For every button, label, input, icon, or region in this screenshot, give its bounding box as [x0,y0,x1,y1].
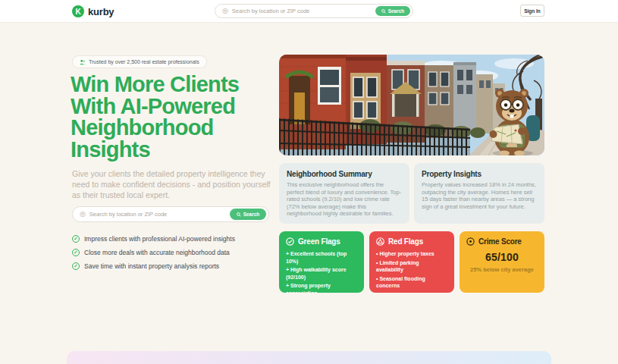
hero-search-bar: ◎ Search [72,206,269,222]
hero-search-button-label: Search [243,212,260,217]
crime-score-note: 25% below city average [466,266,538,273]
kurby-logo[interactable]: K kurby [72,0,114,23]
property-insights-body: Property values increased 18% in 24 mont… [422,181,537,210]
check-circle-icon [286,237,294,246]
green-flag-item: + Strong property appreciation [286,282,357,293]
magnifier-icon [237,212,241,217]
top-navbar: K kurby ◎ Search Sign In [0,0,618,23]
red-flag-item: • Limited parking availability [376,259,447,274]
header-search-input[interactable] [232,8,375,14]
benefits-list: ✓ Impress clients with professional AI-p… [72,235,292,276]
header-search-button[interactable]: Search [375,6,410,16]
magnifier-icon [381,9,386,14]
property-insights-card: Property Insights Property values increa… [414,163,544,224]
headline-line: With AI-Powered [71,96,279,118]
green-flags-card: Green Flags + Excellent schools (top 10%… [279,231,364,293]
summary-cards: Neighborhood Summary This exclusive neig… [279,163,544,224]
location-pin-icon: ◎ [80,211,86,218]
hero-search-input[interactable] [89,211,230,218]
check-circle-icon: ✓ [72,235,80,243]
hero-image [279,55,544,155]
target-icon [466,237,475,246]
green-flag-item: + High walkability score (92/100) [286,266,357,281]
neighborhood-summary-body: This exclusive neighborhood offers the p… [287,181,402,218]
green-flags-title: Green Flags [298,237,340,246]
kurby-logo-text: kurby [88,6,114,17]
crime-score-title: Crime Score [478,237,522,246]
check-circle-icon: ✓ [72,262,80,270]
kurby-logo-icon: K [72,5,84,17]
header-search-button-label: Search [388,8,405,14]
trust-badge-text: Trusted by over 2,500 real estate profes… [89,59,199,64]
header-search-bar: ◎ Search [215,4,413,18]
check-circle-icon: ✓ [72,249,80,256]
trust-badge: Trusted by over 2,500 real estate profes… [72,55,207,68]
warning-triangle-icon [376,237,384,246]
headline-line: Win More Clients [71,74,279,96]
professionals-icon [80,59,86,65]
benefit-text: Close more deals with accurate neighborh… [84,249,230,256]
red-flags-title: Red Flags [388,237,423,246]
benefit-item: ✓ Impress clients with professional AI-p… [72,235,292,243]
hero-subtext: Give your clients the detailed property … [72,169,278,200]
flag-cards: Green Flags + Excellent schools (top 10%… [279,231,544,293]
headline-line: Insights [71,139,279,161]
hero-search-button[interactable]: Search [230,209,266,220]
next-section-top [67,351,551,364]
benefit-item: ✓ Close more deals with accurate neighbo… [72,249,292,256]
red-flag-item: • Higher property taxes [376,250,447,258]
benefit-text: Impress clients with professional AI-pow… [84,235,235,243]
red-flag-item: • Seasonal flooding concerns [376,275,447,290]
benefit-text: Save time with instant property analysis… [84,262,219,270]
red-flags-card: Red Flags • Higher property taxes • Limi… [369,231,454,293]
property-insights-title: Property Insights [422,170,537,178]
benefit-item: ✓ Save time with instant property analys… [72,262,292,270]
neighborhood-summary-title: Neighborhood Summary [287,170,402,178]
crime-score-value: 65/100 [466,251,538,263]
page-title: Win More Clients With AI-Powered Neighbo… [71,74,279,160]
sign-in-button[interactable]: Sign In [520,5,544,17]
neighborhood-summary-card: Neighborhood Summary This exclusive neig… [279,163,409,224]
green-flag-item: + Excellent schools (top 10%) [286,250,357,265]
crime-score-card: Crime Score 65/100 25% below city averag… [460,231,544,293]
headline-line: Neighborhood [71,117,279,139]
location-pin-icon: ◎ [222,8,228,14]
